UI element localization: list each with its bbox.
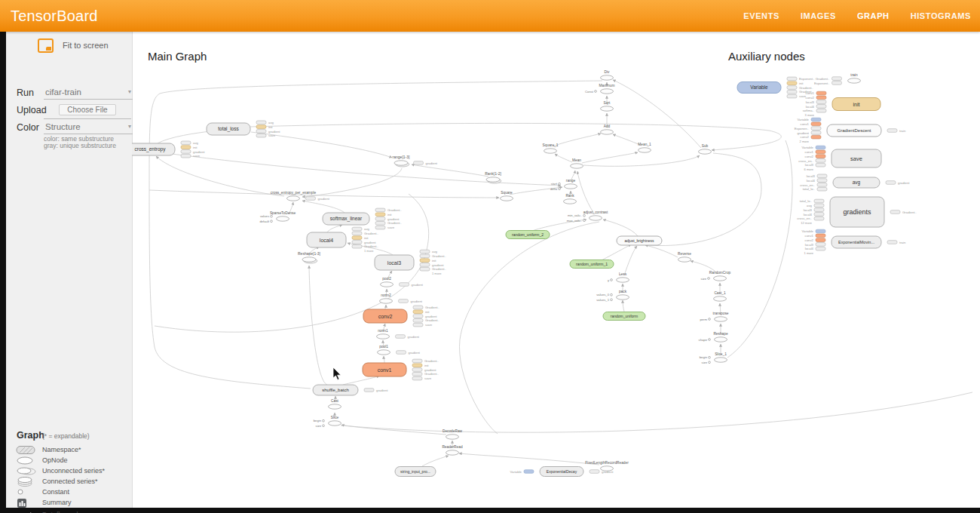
- satellite-pill[interactable]: [816, 238, 825, 242]
- satellite-pill[interactable]: [412, 373, 422, 376]
- satellite-pill[interactable]: [890, 210, 900, 214]
- graph-node-Sqrt[interactable]: Sqrt: [601, 101, 614, 111]
- satellite-pill[interactable]: [412, 368, 422, 372]
- satellite-pill[interactable]: [811, 127, 821, 131]
- satellite-pill[interactable]: [814, 217, 824, 220]
- satellite-pill[interactable]: [420, 254, 430, 258]
- satellite-pill[interactable]: [352, 241, 362, 244]
- satellite-pill[interactable]: [887, 129, 897, 133]
- satellite-pill[interactable]: [181, 141, 191, 145]
- satellite-pill[interactable]: [256, 125, 266, 129]
- satellite-pill[interactable]: [375, 217, 385, 221]
- run-select[interactable]: cifar-train ▾: [44, 86, 133, 100]
- satellite-pill[interactable]: [413, 310, 423, 314]
- satellite-pill[interactable]: [816, 150, 825, 154]
- graph-node-Rank[interactable]: Rank: [564, 194, 577, 204]
- satellite-pill[interactable]: [816, 105, 826, 109]
- satellite-pill[interactable]: [420, 259, 430, 263]
- satellite-pill[interactable]: [787, 77, 797, 81]
- graph-node-pool1[interactable]: pool1gradient: [378, 345, 421, 355]
- satellite-pill[interactable]: [814, 199, 824, 203]
- satellite-pill[interactable]: [400, 283, 409, 287]
- constant-node[interactable]: [323, 419, 325, 422]
- constant-node[interactable]: [559, 183, 561, 185]
- graph-node-aux_train[interactable]: trainGradient..Exponent..: [814, 73, 861, 85]
- tab-histograms[interactable]: HISTOGRAMS: [911, 11, 971, 20]
- satellite-pill[interactable]: [811, 118, 821, 121]
- satellite-pill[interactable]: [413, 319, 423, 323]
- graph-node-Div[interactable]: Div: [601, 70, 614, 80]
- satellite-pill[interactable]: [412, 364, 422, 367]
- graph-node-transpose[interactable]: transposeperm: [700, 312, 728, 321]
- graph-node-conv2[interactable]: conv2Gradient..initgradientGradient..sav…: [363, 306, 439, 327]
- satellite-pill[interactable]: [832, 81, 842, 85]
- graph-node-range[interactable]: rangestartdelta: [550, 179, 577, 191]
- satellite-pill[interactable]: [816, 229, 825, 233]
- satellite-pill[interactable]: [413, 315, 423, 318]
- satellite-pill[interactable]: [352, 244, 362, 248]
- satellite-pill[interactable]: [816, 163, 825, 167]
- constant-node[interactable]: [583, 220, 586, 222]
- graph-node-Reshape[interactable]: Reshapeshape: [699, 332, 728, 342]
- satellite-pill[interactable]: [420, 267, 430, 271]
- satellite-pill[interactable]: [816, 100, 826, 104]
- satellite-pill[interactable]: [375, 222, 385, 226]
- satellite-pill[interactable]: [420, 250, 430, 253]
- graph-node-Square[interactable]: Square: [501, 191, 513, 201]
- graph-node-norm2[interactable]: norm2gradient: [380, 293, 423, 303]
- satellite-pill[interactable]: [352, 236, 362, 240]
- constant-node[interactable]: [611, 279, 613, 281]
- satellite-pill[interactable]: [181, 154, 191, 158]
- fit-to-screen-icon[interactable]: [38, 38, 54, 53]
- satellite-pill[interactable]: [412, 359, 422, 363]
- graph-node-local4[interactable]: local4avgGradient..initgradientGradient.…: [307, 227, 378, 253]
- satellite-pill[interactable]: [814, 208, 824, 212]
- graph-node-cross_entropy[interactable]: cross_entropyavginitgradientsave: [132, 141, 205, 158]
- constant-node[interactable]: [708, 278, 710, 280]
- satellite-pill[interactable]: [524, 470, 534, 474]
- graph-node-aux_avg[interactable]: avggradientlocal3local4cross_en..total_l…: [800, 174, 910, 191]
- satellite-pill[interactable]: [811, 131, 821, 135]
- graph-node-SparseToDense[interactable]: SparseToDensevaluesdefault: [259, 211, 296, 223]
- fit-to-screen-label[interactable]: Fit to screen: [63, 41, 109, 50]
- graph-node-adjust_brightness[interactable]: adjust_brightness: [617, 236, 662, 245]
- satellite-pill[interactable]: [256, 130, 266, 134]
- constant-node[interactable]: [595, 91, 597, 93]
- satellite-pill[interactable]: [817, 183, 827, 187]
- constant-node[interactable]: [709, 361, 711, 364]
- graph-node-Slice[interactable]: Slicebeginsize: [314, 416, 341, 428]
- graph-node-FLRR[interactable]: FixedLengthRecordReader: [585, 461, 629, 471]
- graph-node-Square_1[interactable]: Square_1: [543, 143, 559, 153]
- graph-node-Slice_1[interactable]: Slice_1beginsize: [700, 352, 727, 364]
- graph-node-RandomCrop[interactable]: RandomCropsize: [701, 271, 731, 281]
- graph-node-aux_init[interactable]: initconv1conv2local3local4softma..3 more: [803, 91, 880, 117]
- satellite-pill[interactable]: [413, 306, 423, 309]
- satellite-pill[interactable]: [887, 241, 897, 244]
- graph-node-random_uniform_1[interactable]: random_uniform_1: [570, 260, 614, 269]
- satellite-pill[interactable]: [816, 96, 826, 100]
- constant-node[interactable]: [611, 293, 613, 296]
- satellite-pill[interactable]: [816, 247, 825, 250]
- graph-node-aux_GradientDescent[interactable]: GradientDescenttrainVariableconv1Exponen…: [795, 118, 906, 143]
- satellite-pill[interactable]: [811, 122, 821, 126]
- satellite-pill[interactable]: [817, 179, 827, 183]
- graph-node-aux_ExponentialMovin[interactable]: ExponentialMovin...trainVariableconv1con…: [802, 229, 906, 255]
- graph-node-Sub[interactable]: Sub: [699, 144, 712, 154]
- graph-node-shuffle_batch[interactable]: shuffle_batchgradient: [313, 385, 388, 395]
- satellite-pill[interactable]: [816, 159, 825, 163]
- satellite-pill[interactable]: [816, 109, 826, 112]
- graph-node-Cast_1[interactable]: Cast_1: [714, 291, 727, 301]
- satellite-pill[interactable]: [352, 227, 362, 231]
- graph-node-string_input_pro[interactable]: string_input_pro...: [395, 467, 436, 477]
- satellite-pill[interactable]: [832, 77, 842, 81]
- satellite-pill[interactable]: [412, 376, 422, 380]
- satellite-pill[interactable]: [375, 208, 385, 212]
- satellite-pill[interactable]: [420, 263, 430, 267]
- satellite-pill[interactable]: [413, 323, 423, 327]
- graph-node-pool2[interactable]: pool2gradient: [381, 277, 424, 287]
- satellite-pill[interactable]: [814, 213, 824, 217]
- satellite-pill[interactable]: [375, 226, 385, 229]
- color-select[interactable]: Structure ▾: [44, 121, 133, 134]
- graph-node-Add[interactable]: Add: [601, 124, 614, 134]
- tab-events[interactable]: EVENTS: [743, 11, 779, 20]
